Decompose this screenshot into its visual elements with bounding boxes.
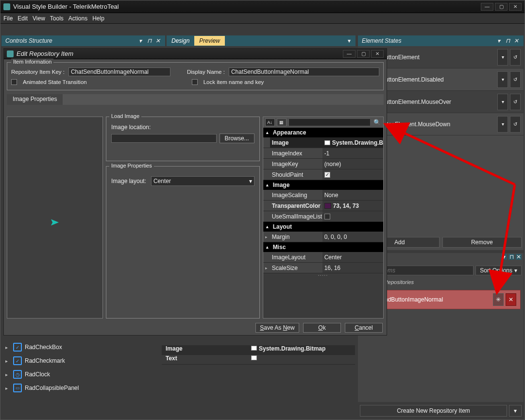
animated-checkbox[interactable] xyxy=(11,79,17,85)
svg-marker-0 xyxy=(51,219,59,226)
dialog-tabstrip[interactable]: Image Properties xyxy=(7,94,384,105)
menu-edit[interactable]: Edit xyxy=(17,15,28,22)
menu-actions[interactable]: Actions xyxy=(68,15,87,22)
image-layout-label: Image layout: xyxy=(111,178,148,185)
create-repository-button[interactable]: Create New Repository Item xyxy=(360,405,507,417)
expander-icon[interactable]: ▸ xyxy=(5,345,10,350)
cancel-button[interactable]: Cancel xyxy=(345,323,383,333)
pin-icon[interactable]: ⊓ xyxy=(504,37,511,44)
dropdown-button[interactable]: ▾ xyxy=(497,116,508,133)
pin-icon[interactable]: ⊓ xyxy=(146,37,152,44)
element-states-label: Element States xyxy=(362,37,401,44)
dialog-titlebar[interactable]: Edit Repository Item — ▢ ✕ xyxy=(4,49,387,59)
menu-help[interactable]: Help xyxy=(92,15,104,22)
image-layout-select[interactable]: Center▾ xyxy=(151,176,254,186)
tab-image-properties[interactable]: Image Properties xyxy=(7,94,63,105)
panel-icon xyxy=(13,384,22,392)
menu-file[interactable]: File xyxy=(3,15,13,22)
close-icon[interactable]: ✕ xyxy=(516,254,522,260)
app-icon xyxy=(3,3,10,10)
remove-state-button[interactable]: Remove xyxy=(442,237,522,248)
tab-preview[interactable]: Preview xyxy=(194,36,225,46)
property-grid[interactable]: A↓ ▦ 🔍 ▴Appearance ImageSystem.Drawing.B… xyxy=(263,117,384,319)
tree-item[interactable]: ▸RadClock xyxy=(5,368,156,381)
prop-imagescaling[interactable]: ImageScalingNone xyxy=(263,190,383,201)
maximize-button[interactable]: ▢ xyxy=(357,50,370,58)
controls-tree[interactable]: ▸✓RadCheckBox ▸✓RadCheckmark ▸RadClock ▸… xyxy=(5,340,156,395)
browse-button[interactable]: Browse... xyxy=(220,134,254,143)
reset-button[interactable]: ↺ xyxy=(510,94,521,110)
dropdown-button[interactable]: ▾ xyxy=(497,71,508,88)
image-preview xyxy=(7,117,103,319)
load-image-group: Load Image xyxy=(109,113,141,119)
chevron-down-icon[interactable]: ▾ xyxy=(137,37,144,44)
tab-design[interactable]: Design xyxy=(167,36,194,46)
category-image[interactable]: ▴Image xyxy=(263,180,383,190)
chevron-down-icon[interactable]: ▾ xyxy=(495,37,502,44)
chevron-down-icon: ▾ xyxy=(514,267,517,274)
remove-icon[interactable]: ✕ xyxy=(506,293,516,306)
category-misc[interactable]: ▴Misc xyxy=(263,242,383,252)
prop-imageindex[interactable]: ImageIndex-1 xyxy=(263,148,383,159)
minimize-button[interactable]: — xyxy=(481,3,493,11)
controls-structure-header[interactable]: Controls Structure ▾⊓✕ xyxy=(1,35,165,46)
close-icon[interactable]: ✕ xyxy=(513,37,520,44)
prop-image[interactable]: ImageSystem.Drawing.B xyxy=(263,137,383,148)
bottom-property-grid[interactable]: ImageSystem.Drawing.Bitmap Text xyxy=(162,345,355,365)
prop-imagelayout[interactable]: ImageLayoutCenter xyxy=(263,252,383,263)
create-repository-dropdown[interactable]: ▾ xyxy=(509,405,522,417)
ok-button[interactable]: Ok xyxy=(303,323,341,333)
design-preview-tabs[interactable]: Design Preview ▾ xyxy=(167,35,356,46)
main-titlebar[interactable]: Visual Style Builder - TelerikMetroTeal … xyxy=(0,0,525,13)
checkbox-icon: ✓ xyxy=(13,343,22,352)
grip-icon[interactable]: ▪▪▪▪▪ xyxy=(263,273,383,277)
category-layout[interactable]: ▴Layout xyxy=(263,222,383,232)
dropdown-button[interactable]: ▾ xyxy=(497,94,508,110)
reset-button[interactable]: ↺ xyxy=(510,71,521,88)
prop-usesmallimagelist[interactable]: UseSmallImageList xyxy=(263,211,383,222)
edit-icon[interactable]: ✳ xyxy=(493,293,504,306)
maximize-button[interactable]: ▢ xyxy=(495,3,508,11)
sort-alpha-button[interactable]: A↓ xyxy=(265,118,275,126)
reset-button[interactable]: ↺ xyxy=(510,49,521,66)
sort-options-button[interactable]: Sort Options▾ xyxy=(475,266,522,275)
dropdown-button[interactable]: ▾ xyxy=(497,49,508,66)
checkbox-icon[interactable]: ✓ xyxy=(324,172,330,178)
chevron-down-icon[interactable]: ▾ xyxy=(501,254,507,260)
category-appearance[interactable]: ▴Appearance xyxy=(263,128,383,137)
search-icon[interactable]: 🔍 xyxy=(373,119,381,126)
minimize-button[interactable]: — xyxy=(343,50,356,58)
image-location-input[interactable] xyxy=(111,134,217,143)
clock-icon xyxy=(13,370,22,379)
pin-icon[interactable]: ⊓ xyxy=(508,254,514,260)
repo-key-input[interactable] xyxy=(68,67,170,76)
expander-icon[interactable]: ▸ xyxy=(5,386,10,391)
menu-tools[interactable]: Tools xyxy=(50,15,64,22)
sort-category-button[interactable]: ▦ xyxy=(277,118,287,126)
display-name-input[interactable] xyxy=(229,67,379,76)
prop-transparentcolor[interactable]: TransparentColor73, 14, 73 xyxy=(263,201,383,211)
menubar[interactable]: File Edit View Tools Actions Help xyxy=(0,13,525,24)
close-button[interactable]: ✕ xyxy=(371,50,384,58)
checkbox-icon[interactable] xyxy=(324,214,330,219)
tree-item[interactable]: ▸✓RadCheckBox xyxy=(5,340,156,354)
prop-margin[interactable]: ▸Margin0, 0, 0, 0 xyxy=(263,232,383,242)
save-as-new-button[interactable]: Save As New xyxy=(255,323,299,333)
prop-scalesize[interactable]: ▸ScaleSize16, 16 xyxy=(263,263,383,273)
tree-item[interactable]: ▸✓RadCheckmark xyxy=(5,354,156,368)
element-states-header[interactable]: Element States ▾⊓✕ xyxy=(358,35,524,46)
prop-shouldpaint[interactable]: ShouldPaint✓ xyxy=(263,169,383,180)
repo-key-label: Repository Item Key : xyxy=(11,69,65,75)
reset-button[interactable]: ↺ xyxy=(510,116,521,133)
expander-icon[interactable]: ▸ xyxy=(5,358,10,364)
checkbox-icon: ✓ xyxy=(13,356,22,365)
close-icon[interactable]: ✕ xyxy=(154,37,161,44)
menu-view[interactable]: View xyxy=(33,15,45,22)
property-search-input[interactable] xyxy=(288,118,371,126)
lock-checkbox[interactable] xyxy=(192,79,198,85)
expander-icon[interactable]: ▸ xyxy=(5,372,10,377)
chevron-down-icon[interactable]: ▾ xyxy=(346,37,353,44)
close-button[interactable]: ✕ xyxy=(509,3,522,11)
tree-item[interactable]: ▸RadCollapsiblePanel xyxy=(5,381,156,395)
prop-imagekey[interactable]: ImageKey(none) xyxy=(263,159,383,169)
